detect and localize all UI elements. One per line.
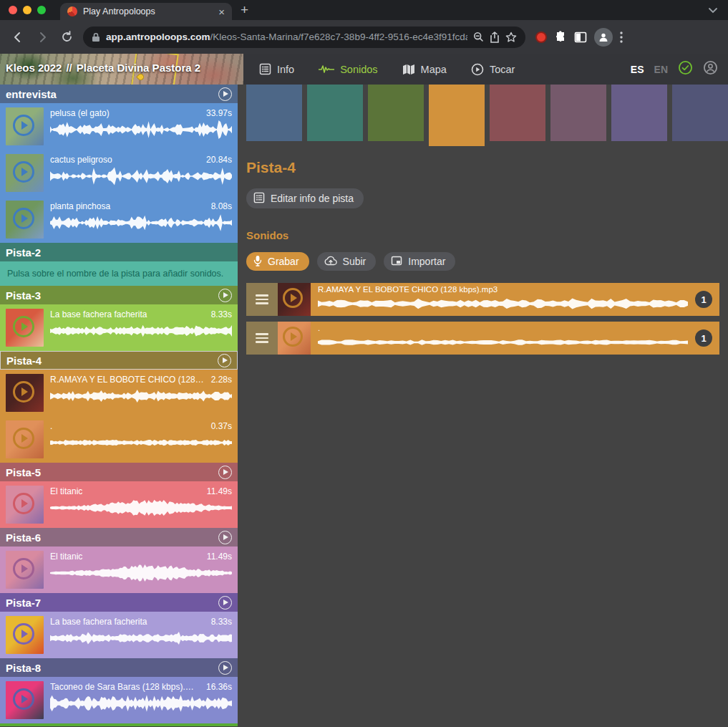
play-sound-button[interactable] [13, 381, 34, 403]
place-name: Placeta Divina Pastora 2 [77, 62, 200, 74]
track-swatch-7[interactable] [611, 85, 667, 141]
play-sound-button[interactable] [13, 688, 34, 710]
nav-item-mapa[interactable]: Mapa [402, 64, 447, 75]
nav-item-tocar[interactable]: Tocar [471, 63, 515, 76]
track-swatch-6[interactable] [550, 85, 606, 141]
play-sound-button[interactable] [13, 208, 34, 229]
track-header[interactable]: Pista-3 [0, 286, 238, 304]
track-play-icon[interactable] [218, 289, 232, 302]
breadcrumb-separator: // [66, 62, 72, 74]
sound-thumbnail [6, 420, 44, 458]
extensions-puzzle-icon[interactable] [554, 31, 567, 44]
zoom-page-icon[interactable] [473, 32, 484, 42]
browser-tab[interactable]: Play Antropoloops × [60, 3, 232, 20]
record-button[interactable]: Grabar [246, 252, 309, 271]
profile-avatar[interactable] [594, 28, 613, 47]
edit-track-info-button[interactable]: Editar info de pista [246, 188, 364, 208]
track-swatch-1[interactable] [246, 85, 302, 141]
side-panel-icon[interactable] [574, 31, 587, 44]
record-indicator-icon[interactable] [535, 32, 547, 43]
track-header[interactable]: Pista-2 [0, 243, 238, 261]
window-close-button[interactable] [9, 6, 17, 14]
sound-row-line: Taconeo de Sara Baras (128 kbps).mp316.3… [50, 682, 232, 692]
track-play-icon[interactable] [218, 531, 232, 544]
new-tab-button[interactable]: + [241, 2, 248, 18]
tab-search-chevron-icon[interactable] [708, 5, 718, 18]
track-header[interactable]: Pista-8 [0, 658, 238, 677]
url-bar[interactable]: app.antropoloops.com/Kleos-Santa-Marina/… [83, 27, 525, 48]
drag-handle[interactable] [246, 322, 278, 355]
nav-label: Tocar [490, 64, 515, 75]
play-sound-button[interactable] [283, 288, 303, 308]
track-header[interactable]: entrevista [0, 85, 238, 103]
back-button[interactable] [6, 25, 30, 49]
window-zoom-button[interactable] [37, 6, 46, 14]
menu-kebab-icon[interactable] [620, 32, 623, 43]
info-list-icon [259, 63, 271, 75]
account-icon[interactable] [703, 60, 718, 78]
track-swatch-8[interactable] [672, 85, 728, 141]
track-swatch-5[interactable] [490, 85, 545, 141]
sound-row[interactable]: R.AMAYA Y EL BOBOTE CHICO (128 kbps).mp3… [0, 370, 238, 416]
url-text: app.antropoloops.com/Kleos-Santa-Marina/… [106, 32, 467, 42]
tracks-sidebar: entrevistapelusa (el gato)33.97scactus p… [0, 85, 238, 727]
track-swatch-4[interactable] [429, 85, 485, 146]
track-sound-row[interactable]: .1 [246, 322, 719, 355]
import-button[interactable]: Importar [384, 252, 455, 271]
lock-icon[interactable] [92, 32, 100, 42]
sound-row-body: cactus peligroso20.84s [50, 154, 232, 192]
sound-row[interactable]: cactus peligroso20.84s [0, 150, 238, 196]
sound-row[interactable]: El titanic11.49s [0, 547, 238, 593]
reload-button[interactable] [54, 25, 79, 49]
play-sound-button[interactable] [13, 493, 34, 514]
tab-title: Play Antropoloops [83, 6, 213, 16]
track-play-icon[interactable] [218, 596, 232, 610]
play-sound-button[interactable] [13, 558, 34, 579]
track-header[interactable]: Pista-7 [0, 593, 238, 612]
track-header[interactable]: Pista-6 [0, 528, 238, 547]
track-swatch-3[interactable] [368, 85, 424, 141]
track-play-icon[interactable] [218, 354, 231, 367]
sound-row[interactable]: Taconeo de Sara Baras (128 kbps).mp316.3… [0, 677, 238, 723]
play-sound-button[interactable] [13, 316, 34, 337]
sound-row[interactable]: La base fachera facherita8.33s [0, 612, 238, 658]
window-minimize-button[interactable] [23, 6, 31, 14]
track-name: Pista-2 [6, 246, 232, 259]
nav-item-sonidos[interactable]: Sonidos [319, 64, 377, 75]
lang-es-button[interactable]: ES [631, 64, 644, 75]
sound-name: pelusa (el gato) [50, 108, 200, 118]
project-hero-image[interactable]: Kleos 2022//Placeta Divina Pastora 2 [0, 54, 243, 85]
play-sound-button[interactable] [13, 428, 34, 449]
upload-button[interactable]: Subir [317, 252, 377, 271]
sync-check-icon[interactable] [678, 60, 693, 78]
play-sound-button[interactable] [13, 161, 34, 183]
sound-row[interactable]: .0.37s [0, 416, 238, 463]
lang-en-button[interactable]: EN [654, 64, 668, 75]
track-header[interactable]: Pista-5 [0, 463, 238, 481]
track-play-icon[interactable] [218, 661, 232, 675]
waveform [50, 499, 232, 517]
track-play-icon[interactable] [218, 466, 232, 479]
sound-row[interactable]: La base fachera facherita8.33s [0, 304, 238, 351]
share-icon[interactable] [490, 32, 500, 43]
sound-thumbnail [6, 374, 44, 412]
bookmark-star-icon[interactable] [505, 32, 517, 43]
track-header[interactable]: Pista-4 [0, 351, 238, 370]
waveform [318, 295, 688, 312]
play-sound-button[interactable] [283, 327, 303, 347]
edit-list-icon [253, 192, 265, 206]
sound-row-line: La base fachera facherita8.33s [50, 617, 232, 627]
sound-row[interactable]: El titanic11.49s [0, 481, 238, 528]
track-sound-row[interactable]: R.AMAYA Y EL BOBOTE CHICO (128 kbps).mp3… [246, 283, 719, 316]
sound-row[interactable]: planta pinchosa8.08s [0, 196, 238, 243]
sound-row[interactable]: pelusa (el gato)33.97s [0, 103, 238, 150]
tab-close-icon[interactable]: × [218, 6, 225, 17]
sound-duration: 33.97s [206, 108, 232, 118]
play-sound-button[interactable] [13, 623, 34, 645]
drag-handle[interactable] [246, 283, 278, 316]
track-swatch-2[interactable] [307, 85, 363, 141]
forward-button[interactable] [30, 25, 54, 49]
track-play-icon[interactable] [218, 87, 232, 101]
nav-item-info[interactable]: Info [259, 63, 294, 75]
play-sound-button[interactable] [13, 115, 34, 136]
